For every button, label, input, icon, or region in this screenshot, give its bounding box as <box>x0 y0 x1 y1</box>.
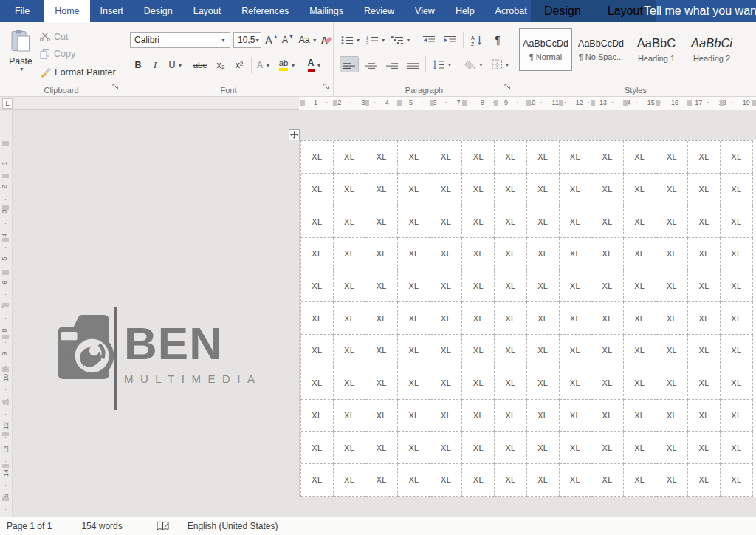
table-cell[interactable]: XL <box>430 141 463 174</box>
tab-insert[interactable]: Insert <box>90 0 134 22</box>
table-cell[interactable]: XL <box>398 432 430 464</box>
table-cell[interactable]: XL <box>560 238 592 270</box>
table-cell[interactable]: XL <box>301 141 334 174</box>
table-cell[interactable]: XL <box>688 205 721 238</box>
bullets-button[interactable]: ▼ <box>340 32 362 48</box>
table-cell[interactable]: XL <box>527 464 560 497</box>
table-cell[interactable]: XL <box>624 270 656 303</box>
justify-button[interactable] <box>403 56 422 72</box>
table-cell[interactable]: XL <box>462 432 495 464</box>
table-cell[interactable]: XL <box>560 400 592 432</box>
table-cell[interactable]: XL <box>301 432 334 464</box>
status-language[interactable]: English (United States) <box>183 517 283 535</box>
horizontal-ruler[interactable]: L 1·2·3·4·5·6·7·8·9·10·11·12·13·14·15·16… <box>0 97 756 110</box>
table-cell[interactable]: XL <box>721 302 753 335</box>
table-cell[interactable]: XL <box>527 174 560 206</box>
document-page[interactable]: XLXLXLXLXLXLXLXLXLXLXLXLXLXLXLXLXLXLXLXL… <box>299 140 756 497</box>
table-cell[interactable]: XL <box>398 205 430 238</box>
shrink-font-button[interactable]: A▼ <box>281 32 295 48</box>
table-cell[interactable]: XL <box>656 367 689 400</box>
table-cell[interactable]: XL <box>462 367 495 400</box>
sort-button[interactable]: A Z <box>467 32 487 48</box>
table-cell[interactable]: XL <box>656 464 689 497</box>
table-cell[interactable]: XL <box>365 367 398 400</box>
table-cell[interactable]: XL <box>495 238 527 270</box>
table-cell[interactable]: XL <box>591 335 624 367</box>
table-cell[interactable]: XL <box>688 335 721 367</box>
table-cell[interactable]: XL <box>721 270 753 303</box>
table-cell[interactable]: XL <box>334 335 366 367</box>
table-cell[interactable]: XL <box>495 400 527 432</box>
table-cell[interactable]: XL <box>591 464 624 497</box>
table-cell[interactable]: XL <box>334 432 366 464</box>
numbering-button[interactable]: 123 ▼ <box>365 32 387 48</box>
line-spacing-button[interactable]: ▼ <box>430 56 455 72</box>
table-cell[interactable]: XL <box>462 400 495 432</box>
table-cell[interactable]: XL <box>591 432 624 464</box>
table-cell[interactable]: XL <box>430 205 463 238</box>
table-cell[interactable]: XL <box>656 335 689 367</box>
table-cell[interactable]: XL <box>591 174 624 206</box>
table-cell[interactable]: XL <box>301 302 334 335</box>
table-move-handle[interactable] <box>289 129 300 140</box>
italic-button[interactable]: I <box>148 57 162 73</box>
tab-home[interactable]: Home <box>44 0 89 22</box>
table-cell[interactable]: XL <box>721 205 753 238</box>
font-dialog-launcher[interactable] <box>323 80 329 93</box>
status-page-number[interactable]: Page 1 of 1 <box>2 517 56 535</box>
table-cell[interactable]: XL <box>462 174 495 206</box>
grow-font-button[interactable]: A▲ <box>264 32 279 48</box>
table-cell[interactable]: XL <box>495 205 527 238</box>
table-cell[interactable]: XL <box>495 464 527 497</box>
contextual-tab-design[interactable]: Design <box>531 0 594 22</box>
format-painter-button[interactable]: Format Painter <box>40 66 116 79</box>
table-cell[interactable]: XL <box>624 238 656 270</box>
table-cell[interactable]: XL <box>688 270 721 303</box>
table-cell[interactable]: XL <box>334 141 366 174</box>
table-cell[interactable]: XL <box>721 174 753 206</box>
table-cell[interactable]: XL <box>688 238 721 270</box>
superscript-button[interactable]: x² <box>231 57 247 73</box>
table-cell[interactable]: XL <box>591 302 624 335</box>
table-cell[interactable]: XL <box>656 270 689 303</box>
table-cell[interactable]: XL <box>301 174 334 206</box>
table-cell[interactable]: XL <box>430 432 463 464</box>
table-cell[interactable]: XL <box>301 367 334 400</box>
table-cell[interactable]: XL <box>560 464 592 497</box>
tab-view[interactable]: View <box>405 0 445 22</box>
table-cell[interactable]: XL <box>591 367 624 400</box>
table-cell[interactable]: XL <box>527 270 560 303</box>
table-cell[interactable]: XL <box>365 174 398 206</box>
table-cell[interactable]: XL <box>334 464 366 497</box>
table-cell[interactable]: XL <box>721 464 753 497</box>
table-cell[interactable]: XL <box>398 141 430 174</box>
copy-button[interactable]: Copy <box>40 47 75 61</box>
table-cell[interactable]: XL <box>334 174 366 206</box>
table-cell[interactable]: XL <box>398 270 430 303</box>
tab-help[interactable]: Help <box>445 0 485 22</box>
table-cell[interactable]: XL <box>624 141 656 174</box>
table-cell[interactable]: XL <box>721 367 753 400</box>
table-cell[interactable]: XL <box>591 270 624 303</box>
table-cell[interactable]: XL <box>462 335 495 367</box>
table-cell[interactable]: XL <box>656 432 689 464</box>
subscript-button[interactable]: x₂ <box>213 57 229 73</box>
style-normal[interactable]: AaBbCcDd¶ Normal <box>519 28 572 71</box>
table-cell[interactable]: XL <box>462 238 495 270</box>
paste-dropdown[interactable]: ▼ <box>19 67 24 72</box>
style-more[interactable]: A <box>740 28 756 71</box>
table-cell[interactable]: XL <box>365 238 398 270</box>
table-cell[interactable]: XL <box>656 205 689 238</box>
table-cell[interactable]: XL <box>560 335 592 367</box>
table-cell[interactable]: XL <box>495 367 527 400</box>
status-word-count[interactable]: 154 words <box>77 517 126 535</box>
table-cell[interactable]: XL <box>721 238 753 270</box>
table-cell[interactable]: XL <box>334 302 366 335</box>
table-cell[interactable]: XL <box>334 238 366 270</box>
underline-button[interactable]: U▼ <box>165 57 187 73</box>
table-cell[interactable]: XL <box>527 302 560 335</box>
table-cell[interactable]: XL <box>527 238 560 270</box>
table-cell[interactable]: XL <box>365 335 398 367</box>
tell-me-box[interactable]: Tell me what you want <box>633 0 756 22</box>
table-cell[interactable]: XL <box>430 302 463 335</box>
